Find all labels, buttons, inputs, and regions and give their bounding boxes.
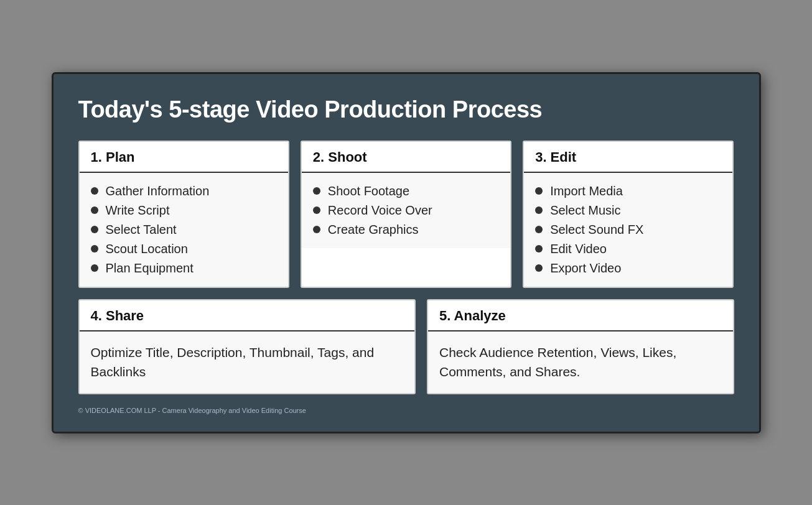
plan-item-2: Write Script	[106, 203, 170, 218]
list-item: Select Music	[535, 203, 721, 218]
card-edit-header: 3. Edit	[524, 142, 732, 173]
card-plan-title: 1. Plan	[91, 149, 135, 165]
bullet-icon	[313, 226, 320, 233]
list-item: Record Voice Over	[313, 203, 499, 218]
edit-item-4: Edit Video	[550, 242, 607, 256]
bullet-icon	[91, 245, 98, 253]
shoot-item-3: Create Graphics	[328, 223, 419, 237]
plan-item-4: Scout Location	[106, 242, 188, 256]
list-item: Select Sound FX	[535, 223, 721, 237]
shoot-list: Shoot Footage Record Voice Over Create G…	[313, 184, 499, 237]
card-edit-title: 3. Edit	[535, 149, 576, 165]
card-shoot-title: 2. Shoot	[313, 149, 367, 165]
bullet-icon	[535, 187, 543, 195]
card-share-title: 4. Share	[91, 308, 144, 323]
card-shoot-header: 2. Shoot	[302, 142, 510, 173]
bullet-icon	[91, 206, 98, 214]
bullet-icon	[535, 264, 543, 272]
card-analyze-body: Check Audience Retention, Views, Likes, …	[428, 331, 733, 393]
bullet-icon	[91, 187, 98, 195]
card-plan-header: 1. Plan	[80, 142, 288, 173]
bullet-icon	[313, 206, 320, 214]
plan-item-3: Select Talent	[106, 223, 177, 237]
footer-text: © VIDEOLANE.COM LLP - Camera Videography…	[78, 407, 306, 414]
card-shoot-body: Shoot Footage Record Voice Over Create G…	[302, 173, 510, 248]
card-plan: 1. Plan Gather Information Write Script …	[78, 141, 289, 288]
edit-item-5: Export Video	[550, 261, 621, 276]
shoot-item-1: Shoot Footage	[328, 184, 409, 198]
top-row: 1. Plan Gather Information Write Script …	[78, 141, 734, 288]
edit-item-1: Import Media	[550, 184, 623, 198]
edit-list: Import Media Select Music Select Sound F…	[535, 184, 721, 276]
card-share-header: 4. Share	[80, 300, 414, 331]
footer: © VIDEOLANE.COM LLP - Camera Videography…	[78, 407, 734, 414]
card-analyze-title: 5. Analyze	[439, 308, 506, 323]
card-plan-body: Gather Information Write Script Select T…	[80, 173, 288, 287]
bullet-icon	[535, 226, 543, 233]
bottom-row: 4. Share Optimize Title, Description, Th…	[78, 299, 734, 394]
list-item: Write Script	[91, 203, 277, 218]
share-body-text: Optimize Title, Description, Thumbnail, …	[91, 343, 403, 382]
bullet-icon	[91, 264, 98, 272]
bullet-icon	[535, 245, 543, 253]
edit-item-3: Select Sound FX	[550, 223, 643, 237]
list-item: Export Video	[535, 261, 721, 276]
list-item: Gather Information	[91, 184, 277, 198]
shoot-item-2: Record Voice Over	[328, 203, 432, 218]
card-analyze: 5. Analyze Check Audience Retention, Vie…	[427, 299, 734, 394]
list-item: Plan Equipment	[91, 261, 277, 276]
list-item: Create Graphics	[313, 223, 499, 237]
list-item: Select Talent	[91, 223, 277, 237]
list-item: Import Media	[535, 184, 721, 198]
card-analyze-header: 5. Analyze	[428, 300, 733, 331]
edit-item-2: Select Music	[550, 203, 620, 218]
plan-item-1: Gather Information	[106, 184, 210, 198]
bullet-icon	[313, 187, 320, 195]
card-shoot: 2. Shoot Shoot Footage Record Voice Over…	[301, 141, 511, 288]
plan-list: Gather Information Write Script Select T…	[91, 184, 277, 276]
card-share-body: Optimize Title, Description, Thumbnail, …	[80, 331, 414, 393]
slide-container: Today's 5-stage Video Production Process…	[52, 72, 761, 433]
card-edit-body: Import Media Select Music Select Sound F…	[524, 173, 732, 287]
list-item: Edit Video	[535, 242, 721, 256]
card-edit: 3. Edit Import Media Select Music Select…	[523, 141, 734, 288]
list-item: Scout Location	[91, 242, 277, 256]
bullet-icon	[535, 206, 543, 214]
plan-item-5: Plan Equipment	[106, 261, 194, 276]
list-item: Shoot Footage	[313, 184, 499, 198]
bullet-icon	[91, 226, 98, 233]
analyze-body-text: Check Audience Retention, Views, Likes, …	[439, 343, 722, 382]
card-share: 4. Share Optimize Title, Description, Th…	[78, 299, 416, 394]
slide-title: Today's 5-stage Video Production Process	[78, 96, 734, 123]
